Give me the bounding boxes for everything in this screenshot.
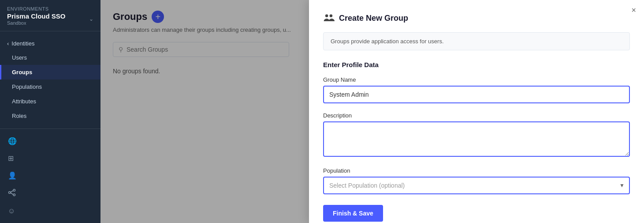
create-group-modal: × Create New Group Groups provide applic… xyxy=(309,0,644,223)
sidebar-back-label: Identities xyxy=(11,40,34,47)
svg-line-3 xyxy=(11,191,13,193)
sidebar-item-users-label: Users xyxy=(12,54,27,61)
svg-point-2 xyxy=(13,194,15,196)
svg-point-0 xyxy=(9,192,11,194)
description-field: Description xyxy=(323,112,630,159)
sidebar: Environments Prisma Cloud SSO Sandbox ⌄ … xyxy=(0,0,101,223)
grid-icon[interactable]: ⊞ xyxy=(0,150,101,167)
connections-icon[interactable] xyxy=(0,184,101,203)
main-content: Groups + Administrators can manage their… xyxy=(101,0,644,223)
sidebar-item-roles-label: Roles xyxy=(12,113,26,119)
population-label: Population xyxy=(323,167,630,174)
population-select-wrapper: Select Population (optional) ▼ xyxy=(323,177,630,194)
modal-title-row: Create New Group xyxy=(323,12,630,24)
modal-close-button[interactable]: × xyxy=(631,6,636,14)
sidebar-item-roles[interactable]: Roles xyxy=(0,109,101,123)
section-title: Enter Profile Data xyxy=(323,61,630,68)
finish-save-button[interactable]: Finish & Save xyxy=(323,205,383,222)
group-name-label: Group Name xyxy=(323,76,630,83)
org-row[interactable]: Prisma Cloud SSO Sandbox ⌄ xyxy=(7,12,93,26)
org-name: Prisma Cloud SSO xyxy=(7,12,66,20)
chevron-down-icon: ⌄ xyxy=(89,16,93,22)
modal-info-box: Groups provide application access for us… xyxy=(323,32,630,50)
modal-title: Create New Group xyxy=(339,14,408,23)
sidebar-item-groups-label: Groups xyxy=(12,69,32,76)
sidebar-bottom-icons: 🌐 ⊞ 👤 ☺ 🌍 xyxy=(0,129,101,223)
back-arrow-icon: ‹ xyxy=(7,40,9,47)
sidebar-nav: ‹ Identities Users Groups Populations At… xyxy=(0,31,101,129)
sidebar-item-populations[interactable]: Populations xyxy=(0,79,101,94)
sidebar-item-attributes-label: Attributes xyxy=(12,98,36,105)
population-select[interactable]: Select Population (optional) xyxy=(323,177,630,194)
emoji-icon[interactable]: ☺ xyxy=(0,203,101,219)
fingerprint-icon[interactable] xyxy=(0,219,101,223)
sidebar-item-attributes[interactable]: Attributes xyxy=(0,94,101,109)
description-label: Description xyxy=(323,112,630,119)
sidebar-top: Environments Prisma Cloud SSO Sandbox ⌄ xyxy=(0,0,101,31)
svg-point-6 xyxy=(325,15,328,18)
group-name-input[interactable] xyxy=(323,86,630,103)
globe-icon[interactable]: 🌐 xyxy=(0,132,101,150)
user-icon[interactable]: 👤 xyxy=(0,167,101,184)
sidebar-back-btn[interactable]: ‹ Identities xyxy=(0,37,101,50)
sidebar-item-groups[interactable]: Groups xyxy=(0,65,101,79)
group-name-field: Group Name xyxy=(323,76,630,103)
description-input[interactable] xyxy=(323,121,630,157)
svg-point-1 xyxy=(13,189,15,192)
svg-point-7 xyxy=(330,15,333,18)
org-sub: Sandbox xyxy=(7,20,66,26)
svg-line-4 xyxy=(11,193,13,195)
sidebar-item-populations-label: Populations xyxy=(12,83,42,90)
env-label: Environments xyxy=(7,6,93,11)
modal-overlay: × Create New Group Groups provide applic… xyxy=(101,0,644,223)
sidebar-item-users[interactable]: Users xyxy=(0,50,101,65)
population-field: Population Select Population (optional) … xyxy=(323,167,630,194)
group-icon xyxy=(323,12,335,24)
